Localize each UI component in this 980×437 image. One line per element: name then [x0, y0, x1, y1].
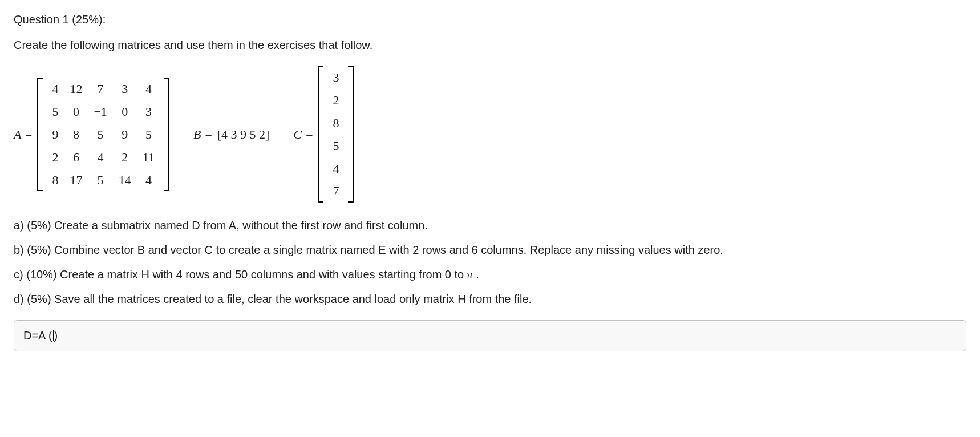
matrix-cell: 8	[46, 169, 64, 192]
part-c-suffix: .	[473, 268, 479, 281]
bracket-icon	[164, 78, 169, 191]
matrix-cell: 7	[327, 180, 345, 203]
bracket-icon	[37, 78, 43, 191]
matrix-cell: 5	[137, 123, 160, 146]
matrix-A-table: 4 12 7 3 4 5 0 −1 0 3 9 8 5 9 5 2	[46, 78, 160, 191]
input-text-before: D=A (	[23, 329, 52, 342]
part-c: c) (10%) Create a matrix H with 4 rows a…	[14, 266, 966, 283]
matrix-cell: 7	[88, 78, 112, 100]
matrix-cell: 0	[113, 100, 137, 123]
vector-B-values: [4 3 9 5 2]	[217, 126, 270, 144]
input-text-after: )	[54, 329, 58, 342]
matrix-cell: 14	[113, 169, 137, 192]
matrix-cell: 8	[64, 123, 88, 146]
matrix-cell: 3	[113, 78, 137, 100]
matrices-row: A = 4 12 7 3 4 5 0 −1 0 3 9 8 5 9 5	[14, 66, 966, 203]
part-b: b) (5%) Combine vector B and vector C to…	[14, 242, 966, 258]
question-intro: Create the following matrices and use th…	[14, 37, 966, 54]
bracket-icon	[318, 66, 323, 203]
matrix-A: A = 4 12 7 3 4 5 0 −1 0 3 9 8 5 9 5	[14, 78, 169, 191]
question-title: Question 1 (25%):	[14, 11, 966, 28]
matrix-cell: 4	[327, 157, 345, 180]
matrix-cell: −1	[88, 100, 112, 123]
vector-C-label: C =	[293, 126, 313, 144]
matrix-cell: 4	[88, 146, 112, 169]
bracket-icon	[348, 66, 354, 203]
matrix-cell: 9	[46, 123, 64, 146]
matrix-cell: 2	[113, 146, 137, 169]
matrix-cell: 5	[46, 100, 64, 123]
matrix-cell: 3	[327, 66, 345, 89]
part-c-prefix: c) (10%) Create a matrix H with 4 rows a…	[14, 268, 467, 281]
matrix-cell: 0	[64, 100, 88, 123]
matrix-cell: 9	[113, 123, 137, 146]
part-a: a) (5%) Create a submatrix named D from …	[14, 217, 966, 234]
matrix-cell: 4	[137, 169, 160, 192]
matrix-cell: 12	[64, 78, 88, 100]
vector-B-label: B =	[193, 126, 213, 144]
answer-input[interactable]: D=A ()	[14, 320, 966, 351]
text-cursor-icon	[53, 330, 54, 341]
matrix-cell: 5	[88, 169, 112, 192]
matrix-cell: 5	[327, 135, 345, 157]
matrix-cell: 3	[137, 100, 160, 123]
vector-C: C = 3 2 8 5 4 7	[293, 66, 354, 203]
matrix-cell: 4	[137, 78, 160, 100]
matrix-cell: 4	[46, 78, 64, 100]
matrix-cell: 2	[46, 146, 64, 169]
matrix-cell: 17	[64, 169, 88, 192]
matrix-cell: 2	[327, 89, 345, 112]
vector-C-table: 3 2 8 5 4 7	[327, 66, 345, 203]
matrix-cell: 6	[64, 146, 88, 169]
vector-B: B = [4 3 9 5 2]	[193, 126, 269, 144]
part-d: d) (5%) Save all the matrices created to…	[14, 291, 966, 307]
matrix-cell: 11	[137, 146, 160, 169]
matrix-A-label: A =	[14, 126, 33, 144]
matrix-cell: 8	[327, 112, 345, 135]
matrix-cell: 5	[88, 123, 112, 146]
pi-symbol: π	[467, 268, 473, 281]
